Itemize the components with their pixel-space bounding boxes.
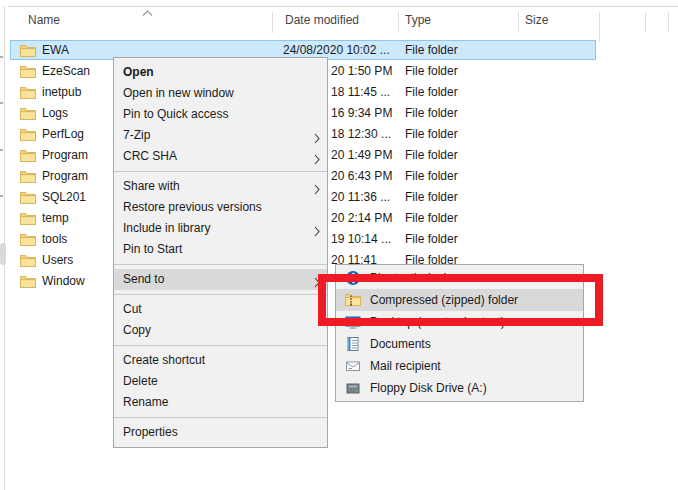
menu-item-pin-to-start[interactable]: Pin to Start — [114, 239, 327, 260]
column-divider[interactable] — [668, 12, 669, 33]
folder-icon — [20, 275, 36, 291]
sendto-item-floppy-disk-drive[interactable]: Floppy Disk Drive (A:) — [336, 377, 583, 399]
column-divider[interactable] — [518, 12, 519, 33]
column-divider[interactable] — [272, 12, 273, 33]
sendto-item-documents[interactable]: Documents — [336, 333, 583, 355]
bluetooth-icon — [345, 270, 361, 286]
file-row[interactable]: SQL201 20 11:36 ... File folder — [0, 187, 678, 208]
folder-icon — [20, 149, 36, 165]
file-date-modified: 20 11:36 ... — [331, 190, 390, 204]
file-row[interactable]: temp 20 2:14 PM File folder — [0, 208, 678, 229]
column-header-type[interactable]: Type — [405, 13, 431, 27]
file-name: Window — [42, 274, 85, 288]
file-name: Users — [42, 253, 73, 267]
file-name: PerfLog — [42, 127, 84, 141]
file-name: SQL201 — [42, 190, 86, 204]
menu-separator — [114, 171, 327, 172]
document-icon — [345, 336, 361, 352]
file-date-modified: 18 11:45 ... — [331, 85, 390, 99]
file-name: temp — [42, 211, 69, 225]
menu-item-7zip[interactable]: 7-Zip — [114, 125, 327, 146]
mail-envelope-icon — [345, 358, 361, 374]
menu-item-properties[interactable]: Properties — [114, 422, 327, 443]
folder-icon — [20, 107, 36, 123]
file-date-modified: 20 2:14 PM — [331, 211, 392, 225]
floppy-drive-icon — [345, 380, 361, 396]
file-row[interactable]: tools 19 10:14 ... File folder — [0, 229, 678, 250]
file-date-modified: 16 9:34 PM — [331, 106, 392, 120]
column-header-bar: Name Date modified Type Size — [0, 10, 678, 34]
folder-icon — [20, 170, 36, 186]
file-name: EzeScan — [42, 64, 90, 78]
send-to-submenu: Bluetooth device Compressed (zipped) fol… — [335, 264, 584, 402]
sendto-item-bluetooth-device[interactable]: Bluetooth device — [336, 267, 583, 289]
file-date-modified: 24/08/2020 10:02 ... — [283, 43, 390, 57]
menu-item-open-in-new-window[interactable]: Open in new window — [114, 83, 327, 104]
file-row[interactable]: PerfLog 18 12:30 ... File folder — [0, 124, 678, 145]
sendto-item-desktop-create-shortcut[interactable]: Desktop (create shortcut) — [336, 311, 583, 333]
submenu-chevron-icon — [314, 151, 320, 172]
menu-separator — [114, 264, 327, 265]
file-row[interactable]: Logs 16 9:34 PM File folder — [0, 103, 678, 124]
file-name: inetpub — [42, 85, 81, 99]
menu-item-create-shortcut[interactable]: Create shortcut — [114, 350, 327, 371]
menu-item-open[interactable]: Open — [114, 62, 327, 83]
menu-item-copy[interactable]: Copy — [114, 320, 327, 341]
sendto-item-compressed-zipped-folder[interactable]: Compressed (zipped) folder — [336, 289, 583, 311]
column-header-size[interactable]: Size — [525, 13, 548, 27]
file-row[interactable]: EWA 24/08/2020 10:02 ... File folder — [0, 40, 678, 61]
file-type: File folder — [405, 85, 458, 99]
file-name: Logs — [42, 106, 68, 120]
sendto-item-mail-recipient[interactable]: Mail recipient — [336, 355, 583, 377]
menu-item-include-in-library[interactable]: Include in library — [114, 218, 327, 239]
sort-ascending-icon[interactable] — [142, 6, 153, 20]
column-divider[interactable] — [398, 12, 399, 33]
folder-icon — [20, 44, 36, 60]
menu-item-cut[interactable]: Cut — [114, 299, 327, 320]
file-type: File folder — [405, 190, 458, 204]
folder-icon — [20, 86, 36, 102]
context-menu: Open Open in new window Pin to Quick acc… — [113, 57, 328, 448]
file-row[interactable]: Program 20 6:43 PM File folder — [0, 166, 678, 187]
file-row[interactable]: inetpub 18 11:45 ... File folder — [0, 82, 678, 103]
file-date-modified: 20 1:49 PM — [331, 148, 392, 162]
file-type: File folder — [405, 169, 458, 183]
menu-item-share-with[interactable]: Share with — [114, 176, 327, 197]
file-row[interactable]: EzeScan 20 1:50 PM File folder — [0, 61, 678, 82]
submenu-chevron-icon — [314, 274, 320, 295]
file-type: File folder — [405, 64, 458, 78]
desktop-monitor-icon — [345, 314, 361, 330]
folder-icon — [20, 65, 36, 81]
column-divider[interactable] — [645, 12, 646, 33]
file-type: File folder — [405, 43, 458, 57]
file-name: Program — [42, 148, 88, 162]
menu-separator — [114, 417, 327, 418]
file-name: EWA — [42, 43, 69, 57]
menu-item-send-to[interactable]: Send to — [114, 269, 327, 290]
folder-icon — [20, 191, 36, 207]
file-type: File folder — [405, 211, 458, 225]
file-type: File folder — [405, 148, 458, 162]
menu-separator — [114, 294, 327, 295]
file-type: File folder — [405, 127, 458, 141]
menu-separator — [114, 345, 327, 346]
folder-icon — [20, 254, 36, 270]
file-name: Program — [42, 169, 88, 183]
file-type: File folder — [405, 106, 458, 120]
file-date-modified: 20 1:50 PM — [331, 64, 392, 78]
file-row[interactable]: Program 20 1:49 PM File folder — [0, 145, 678, 166]
explorer-file-pane: Name Date modified Type Size EWA 24/08/2… — [0, 0, 678, 490]
column-header-date-modified[interactable]: Date modified — [285, 13, 359, 27]
folder-icon — [20, 212, 36, 228]
menu-item-rename[interactable]: Rename — [114, 392, 327, 413]
menu-item-crc-sha[interactable]: CRC SHA — [114, 146, 327, 167]
folder-icon — [20, 128, 36, 144]
file-date-modified: 19 10:14 ... — [331, 232, 391, 246]
header-top-divider — [8, 6, 678, 7]
menu-item-restore-previous-versions[interactable]: Restore previous versions — [114, 197, 327, 218]
column-header-name[interactable]: Name — [28, 13, 60, 27]
column-divider[interactable] — [599, 12, 600, 42]
file-date-modified: 20 6:43 PM — [331, 169, 392, 183]
menu-item-delete[interactable]: Delete — [114, 371, 327, 392]
menu-item-pin-to-quick-access[interactable]: Pin to Quick access — [114, 104, 327, 125]
